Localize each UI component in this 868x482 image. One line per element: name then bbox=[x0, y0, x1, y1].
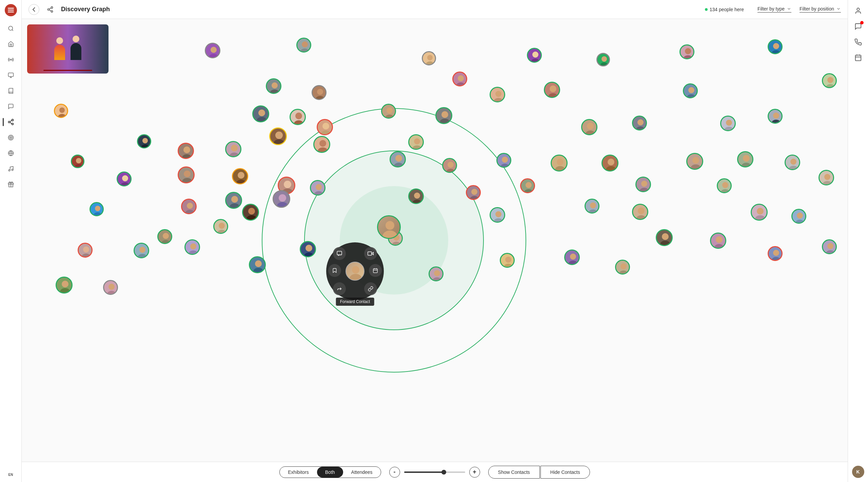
video-preview[interactable] bbox=[27, 24, 108, 74]
avatar-node[interactable] bbox=[679, 44, 694, 59]
avatar-node[interactable] bbox=[435, 107, 452, 124]
avatar-node[interactable] bbox=[768, 246, 783, 261]
avatar-node[interactable] bbox=[527, 48, 542, 63]
avatar-node[interactable] bbox=[564, 249, 580, 265]
avatar-node[interactable] bbox=[290, 109, 306, 125]
app-logo[interactable] bbox=[5, 4, 17, 16]
filter-position-dropdown[interactable]: Filter by position bbox=[800, 6, 841, 13]
sidebar-item-search[interactable] bbox=[4, 22, 18, 35]
avatar-node[interactable] bbox=[686, 153, 703, 170]
avatar-node[interactable] bbox=[452, 72, 467, 86]
avatar-node[interactable] bbox=[791, 209, 806, 224]
avatar-node[interactable] bbox=[184, 239, 200, 255]
avatar-node[interactable] bbox=[242, 204, 259, 221]
sidebar-item-home[interactable] bbox=[4, 37, 18, 51]
avatar-node[interactable] bbox=[390, 151, 406, 167]
avatar-node[interactable] bbox=[408, 188, 424, 204]
avatar-node[interactable] bbox=[269, 127, 287, 145]
avatar-node[interactable] bbox=[822, 73, 837, 88]
avatar-node[interactable] bbox=[751, 204, 768, 221]
avatar-node[interactable] bbox=[134, 243, 149, 258]
action-forward-button[interactable] bbox=[333, 282, 346, 295]
avatar-node[interactable] bbox=[785, 155, 800, 170]
avatar-node[interactable] bbox=[596, 53, 610, 66]
segment-exhibitors[interactable]: Exhibitors bbox=[280, 467, 317, 478]
action-video-button[interactable] bbox=[364, 247, 377, 260]
avatar-node[interactable] bbox=[103, 280, 118, 295]
user-avatar[interactable]: K bbox=[852, 466, 864, 478]
avatar-node[interactable] bbox=[300, 241, 316, 257]
avatar-node[interactable] bbox=[656, 229, 673, 246]
avatar-node[interactable] bbox=[422, 51, 436, 65]
avatar-node[interactable] bbox=[273, 190, 290, 208]
avatar-node[interactable] bbox=[317, 119, 333, 135]
avatar-node[interactable] bbox=[717, 178, 732, 193]
avatar-node[interactable] bbox=[178, 166, 195, 183]
avatar-node[interactable] bbox=[544, 82, 560, 98]
segment-both[interactable]: Both bbox=[317, 467, 343, 478]
zoom-out-button[interactable]: - bbox=[389, 467, 400, 478]
avatar-node[interactable] bbox=[78, 243, 93, 258]
show-contacts-button[interactable]: Show Contacts bbox=[488, 466, 540, 479]
avatar-node[interactable] bbox=[117, 172, 132, 186]
sidebar-item-book[interactable] bbox=[4, 84, 18, 98]
avatar-node[interactable] bbox=[710, 233, 726, 249]
avatar-node[interactable] bbox=[490, 207, 505, 223]
avatar-node[interactable] bbox=[225, 141, 241, 157]
avatar-node[interactable] bbox=[178, 143, 194, 159]
zoom-slider[interactable] bbox=[404, 471, 465, 473]
avatar-node[interactable] bbox=[213, 219, 228, 234]
zoom-thumb[interactable] bbox=[441, 470, 446, 475]
avatar-node[interactable] bbox=[500, 253, 515, 268]
sidebar-item-chat[interactable] bbox=[4, 100, 18, 113]
avatar-node[interactable] bbox=[225, 192, 242, 209]
avatar-node[interactable] bbox=[296, 38, 311, 53]
share-button[interactable] bbox=[45, 4, 56, 15]
filter-type-dropdown[interactable]: Filter by type bbox=[757, 6, 791, 13]
right-icon-person[interactable] bbox=[851, 4, 865, 18]
avatar-node[interactable] bbox=[632, 204, 648, 220]
action-chat-button[interactable] bbox=[333, 247, 346, 260]
avatar-node[interactable] bbox=[601, 155, 618, 172]
avatar-node[interactable] bbox=[818, 170, 834, 185]
avatar-node[interactable] bbox=[252, 105, 269, 122]
avatar-node[interactable] bbox=[737, 151, 753, 167]
right-icon-phone[interactable] bbox=[851, 35, 865, 49]
avatar-node[interactable] bbox=[181, 199, 197, 214]
avatar-node[interactable] bbox=[581, 119, 597, 135]
avatar-node[interactable] bbox=[720, 116, 736, 131]
avatar-node[interactable] bbox=[90, 202, 104, 216]
avatar-node[interactable] bbox=[615, 260, 630, 275]
avatar-node[interactable] bbox=[381, 104, 396, 119]
avatar-node[interactable] bbox=[137, 134, 151, 148]
language-selector[interactable]: EN bbox=[6, 471, 15, 478]
sidebar-item-music[interactable] bbox=[4, 162, 18, 176]
avatar-node[interactable] bbox=[683, 83, 698, 98]
back-button[interactable] bbox=[28, 4, 39, 15]
avatar-node[interactable] bbox=[408, 134, 424, 150]
sidebar-item-broadcast[interactable] bbox=[4, 53, 18, 66]
avatar-node[interactable] bbox=[496, 153, 511, 168]
hide-contacts-button[interactable]: Hide Contacts bbox=[540, 466, 590, 479]
avatar-node[interactable] bbox=[822, 239, 837, 254]
zoom-in-button[interactable]: + bbox=[469, 467, 480, 478]
avatar-node[interactable] bbox=[266, 78, 281, 94]
avatar-node[interactable] bbox=[520, 178, 535, 193]
avatar-node[interactable] bbox=[632, 116, 647, 130]
avatar-node[interactable] bbox=[54, 104, 68, 118]
action-calendar-button[interactable] bbox=[369, 264, 382, 277]
avatar-node[interactable] bbox=[442, 158, 457, 173]
sidebar-item-globe[interactable] bbox=[4, 146, 18, 160]
avatar-node[interactable] bbox=[768, 39, 783, 54]
segment-attendees[interactable]: Attendees bbox=[343, 467, 381, 478]
avatar-node[interactable] bbox=[157, 229, 172, 244]
avatar-node[interactable] bbox=[249, 256, 266, 273]
right-icon-calendar[interactable] bbox=[851, 51, 865, 64]
avatar-node[interactable] bbox=[232, 168, 248, 184]
right-icon-chat-notification[interactable] bbox=[851, 20, 865, 33]
avatar-node[interactable] bbox=[205, 43, 220, 58]
action-bookmark-button[interactable] bbox=[328, 264, 341, 277]
center-avatar-node[interactable] bbox=[377, 215, 401, 239]
avatar-node[interactable] bbox=[56, 277, 73, 294]
avatar-node[interactable] bbox=[312, 85, 327, 100]
